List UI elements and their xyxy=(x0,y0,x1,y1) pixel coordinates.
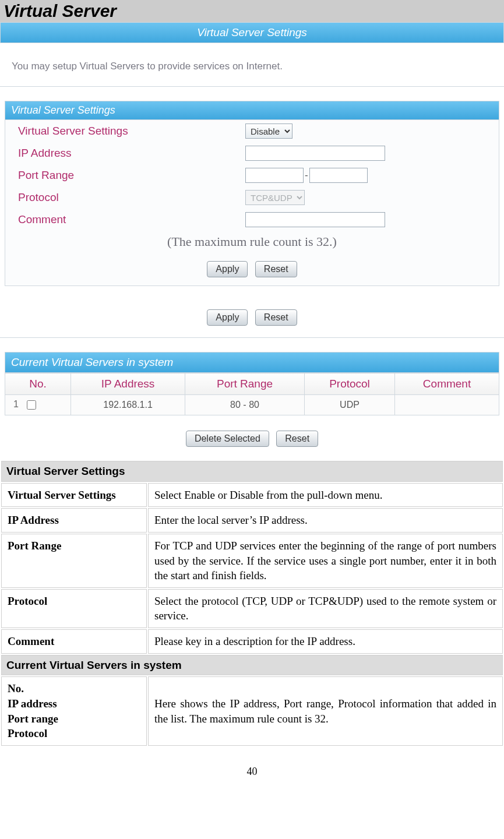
page-number: 40 xyxy=(0,747,504,782)
reset-button-3[interactable]: Reset xyxy=(276,431,318,447)
row-checkbox[interactable] xyxy=(27,400,36,410)
row-vss: Virtual Server Settings Disable xyxy=(5,120,499,142)
row-comment: Comment xyxy=(5,209,499,231)
doc-desc-ip: Enter the local server’s IP address. xyxy=(148,508,503,533)
reset-button-1[interactable]: Reset xyxy=(255,261,297,277)
max-rule-note: (The maximum rule count is 32.) xyxy=(5,231,499,256)
reset-button-2[interactable]: Reset xyxy=(255,309,297,326)
settings-box: Virtual Server Settings Virtual Server S… xyxy=(5,101,499,286)
doc-desc-vss: Select Enable or Disable from the pull-d… xyxy=(148,483,503,507)
label-port: Port Range xyxy=(18,169,245,182)
doc-table: Virtual Server Settings Virtual Server S… xyxy=(0,460,504,747)
panel-subtext: You may setup Virtual Servers to provide… xyxy=(0,43,504,86)
doc-key-vss: Virtual Server Settings xyxy=(1,483,147,507)
doc-desc-current: Here shows the IP address, Port range, P… xyxy=(148,676,503,746)
label-comment: Comment xyxy=(18,213,245,226)
delete-selected-button[interactable]: Delete Selected xyxy=(186,431,269,447)
panel-title: Virtual Server Settings xyxy=(0,22,504,43)
row-protocol: Protocol TCP&UDP xyxy=(5,186,499,209)
comment-input[interactable] xyxy=(245,212,385,227)
table-row: 1 192.168.1.1 80 - 80 UDP xyxy=(5,395,499,415)
doc-desc-port: For TCP and UDP services enter the begin… xyxy=(148,534,503,588)
col-port: Port Range xyxy=(185,373,305,395)
doc-desc-comment: Please key in a description for the IP a… xyxy=(148,629,503,654)
vss-select[interactable]: Disable xyxy=(245,124,292,139)
page-title: Virtual Server xyxy=(0,0,504,22)
col-ip: IP Address xyxy=(71,373,185,395)
divider-2 xyxy=(0,337,504,338)
doc-key-proto: Protocol xyxy=(1,589,147,628)
screenshot-region: Virtual Server Settings You may setup Vi… xyxy=(0,22,504,457)
protocol-select[interactable]: TCP&UDP xyxy=(245,190,305,205)
label-ip: IP Address xyxy=(18,147,245,160)
label-protocol: Protocol xyxy=(18,191,245,204)
current-buttons: Delete Selected Reset xyxy=(0,415,504,455)
form-buttons-1: Apply Reset xyxy=(5,256,499,285)
row-port: Port Range - xyxy=(5,164,499,186)
current-box: Current Virtual Servers in system No. IP… xyxy=(5,352,499,415)
col-no: No. xyxy=(5,373,71,395)
cell-comment xyxy=(395,395,499,415)
settings-header: Virtual Server Settings xyxy=(5,101,499,120)
doc-key-ip: IP Address xyxy=(1,508,147,533)
row-number: 1 xyxy=(13,399,19,409)
ip-input[interactable] xyxy=(245,146,385,161)
row-ip: IP Address xyxy=(5,142,499,164)
cell-proto: UDP xyxy=(304,395,394,415)
col-comment: Comment xyxy=(395,373,499,395)
cell-port: 80 - 80 xyxy=(185,395,305,415)
doc-key-port: Port Range xyxy=(1,534,147,588)
divider xyxy=(0,86,504,87)
doc-key-comment: Comment xyxy=(1,629,147,654)
port-from-input[interactable] xyxy=(245,168,304,183)
doc-key-current: No. IP address Port range Protocol xyxy=(1,676,147,746)
port-to-input[interactable] xyxy=(309,168,368,183)
doc-section-1: Virtual Server Settings xyxy=(1,461,503,482)
doc-section-2: Current Virtual Servers in system xyxy=(1,655,503,676)
current-table: No. IP Address Port Range Protocol Comme… xyxy=(5,373,499,415)
col-proto: Protocol xyxy=(304,373,394,395)
header-row: No. IP Address Port Range Protocol Comme… xyxy=(5,373,499,395)
label-vss: Virtual Server Settings xyxy=(18,125,245,138)
apply-button-1[interactable]: Apply xyxy=(207,261,248,277)
cell-no: 1 xyxy=(5,395,71,415)
doc-desc-proto: Select the protocol (TCP, UDP or TCP&UDP… xyxy=(148,589,503,628)
cell-ip: 192.168.1.1 xyxy=(71,395,185,415)
form-buttons-2: Apply Reset xyxy=(0,286,504,334)
apply-button-2[interactable]: Apply xyxy=(207,309,248,326)
current-title: Current Virtual Servers in system xyxy=(5,352,499,373)
port-dash: - xyxy=(305,170,308,181)
